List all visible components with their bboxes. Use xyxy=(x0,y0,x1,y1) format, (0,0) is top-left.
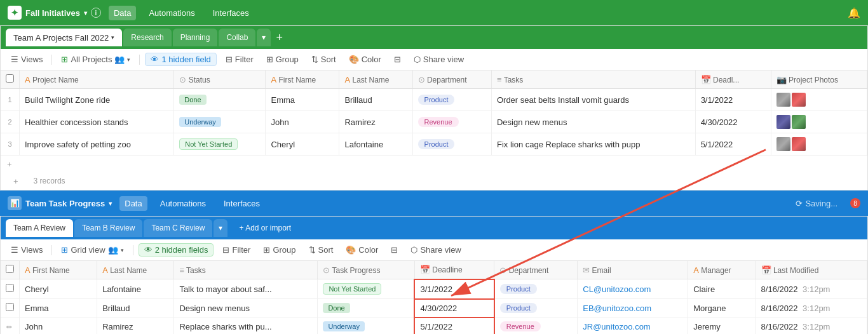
tab-research[interactable]: Research xyxy=(123,29,171,46)
row-2-tasks[interactable]: Design new menus xyxy=(491,111,695,133)
nav-automations-btn[interactable]: Automations xyxy=(144,6,200,20)
bottom-row-1-manager[interactable]: Claire xyxy=(688,279,756,299)
bottom-field-settings-btn[interactable]: ⊟ xyxy=(387,243,402,257)
notification-bell[interactable]: 🔔 xyxy=(848,7,860,19)
bottom-color-btn[interactable]: 🎨 Color xyxy=(342,243,382,257)
group-btn[interactable]: ⊞ Group xyxy=(262,53,302,66)
row-2-status[interactable]: Underway xyxy=(174,111,266,133)
bottom-nav-automations-btn[interactable]: Automations xyxy=(155,196,211,211)
email-link-2[interactable]: EB@unitozoo.com xyxy=(583,304,651,313)
row-3-firstname[interactable]: Cheryl xyxy=(266,133,339,156)
row-1-dept[interactable]: Product xyxy=(412,89,491,111)
bottom-table: A First Name A Last Name ≡ Tasks ⊙ Task … xyxy=(1,261,867,334)
bottom-row-3-check[interactable]: ✏ xyxy=(1,317,20,335)
bottom-grid-view-btn[interactable]: ⊞ Grid view 👥 ▾ xyxy=(57,243,127,257)
info-icon[interactable]: i xyxy=(91,8,101,18)
bottom-row-2-firstname[interactable]: Emma xyxy=(20,299,97,317)
col-status: ⊙ Status xyxy=(174,70,266,89)
bottom-row-2-manager[interactable]: Morgane xyxy=(688,299,756,317)
bottom-group-btn[interactable]: ⊞ Group xyxy=(259,243,299,257)
select-all-checkbox[interactable] xyxy=(6,74,14,83)
email-link-3[interactable]: JR@unitozoo.com xyxy=(583,322,650,331)
nav-interfaces-btn[interactable]: Interfaces xyxy=(208,6,254,20)
add-import-btn[interactable]: + Add or import xyxy=(231,219,299,237)
row-2-lastname[interactable]: Ramirez xyxy=(339,111,412,133)
views-btn[interactable]: ☰ Views xyxy=(7,53,46,66)
filter-btn[interactable]: ⊟ Filter xyxy=(222,53,257,66)
bottom-sort-btn[interactable]: ⇅ Sort xyxy=(305,243,337,257)
tab-planning[interactable]: Planning xyxy=(173,29,218,46)
bottom-row-3-manager[interactable]: Jeremy xyxy=(688,317,756,335)
bottom-row-1-check[interactable] xyxy=(1,279,20,299)
bottom-row-1-firstname[interactable]: Cheryl xyxy=(20,279,97,299)
bottom-nav-data-btn[interactable]: Data xyxy=(119,196,147,211)
bottom-hidden-fields-badge[interactable]: 👁 2 hidden fields xyxy=(139,243,214,257)
bottom-row-3-firstname[interactable]: John xyxy=(20,317,97,335)
row-2-dept[interactable]: Revenue xyxy=(412,111,491,133)
share-view-btn[interactable]: ⬡ Share view xyxy=(410,53,468,66)
bottom-row-1-lastname[interactable]: Lafontaine xyxy=(97,279,174,299)
row-2-project[interactable]: Healthier concession stands xyxy=(20,111,174,133)
bottom-nav-interfaces-btn[interactable]: Interfaces xyxy=(219,196,265,211)
bottom-row-2-check[interactable] xyxy=(1,299,20,317)
bottom-row-1-tasks[interactable]: Talk to mayor about saf... xyxy=(174,279,318,299)
bottom-row-3-tasks[interactable]: Replace sharks with pu... xyxy=(174,317,318,335)
row-1-deadline[interactable]: 3/1/2022 xyxy=(695,89,771,111)
add-row-btn-2[interactable]: + xyxy=(7,173,25,190)
tab-team-b-review[interactable]: Team B Review xyxy=(74,219,142,237)
bottom-row-1-progress[interactable]: Not Yet Started xyxy=(318,279,415,299)
bottom-col-checkbox[interactable] xyxy=(1,261,20,279)
bottom-row-2-email[interactable]: EB@unitozoo.com xyxy=(578,299,688,317)
row-1-project[interactable]: Build Twilight Zone ride xyxy=(20,89,174,111)
hidden-fields-badge[interactable]: 👁 1 hidden field xyxy=(145,53,216,66)
email-link-1[interactable]: CL@unitozoo.com xyxy=(583,284,651,294)
tab-team-a-review[interactable]: Team A Review xyxy=(6,219,73,237)
row-1-firstname[interactable]: Emma xyxy=(266,89,339,111)
bottom-row-2-progress[interactable]: Done xyxy=(318,299,415,317)
bottom-row-1-deadline[interactable]: 3/1/2022 xyxy=(414,279,494,299)
bottom-row-2-deadline[interactable]: 4/30/2022 xyxy=(414,299,494,317)
row-1-checkbox[interactable] xyxy=(6,284,14,292)
row-3-lastname[interactable]: Lafontaine xyxy=(339,133,412,156)
nav-data-btn[interactable]: Data xyxy=(109,6,136,20)
modified-date-3: 8/16/2022 xyxy=(761,322,798,331)
row-1-status[interactable]: Done xyxy=(174,89,266,111)
bottom-row-1-email[interactable]: CL@unitozoo.com xyxy=(578,279,688,299)
row-3-project[interactable]: Improve safety of petting zoo xyxy=(20,133,174,156)
bottom-row-3-progress[interactable]: Underway xyxy=(318,317,415,335)
bottom-filter-btn[interactable]: ⊟ Filter xyxy=(219,243,254,257)
add-tab-btn[interactable]: + xyxy=(272,31,287,44)
bottom-row-3-lastname[interactable]: Ramirez xyxy=(97,317,174,335)
row-2-deadline[interactable]: 4/30/2022 xyxy=(695,111,771,133)
row-3-deadline[interactable]: 5/1/2022 xyxy=(695,133,771,156)
filter-icon-2: ⊟ xyxy=(222,245,229,255)
bottom-select-all[interactable] xyxy=(6,265,14,273)
row-3-status[interactable]: Not Yet Started xyxy=(174,133,266,156)
row-3-dept[interactable]: Product xyxy=(412,133,491,156)
tab-collab[interactable]: Collab xyxy=(219,29,255,46)
row-1-tasks[interactable]: Order seat belts Install vomit guards xyxy=(491,89,695,111)
tab-team-a-projects[interactable]: Team A Projects Fall 2022 ▾ xyxy=(6,29,122,46)
bottom-share-btn[interactable]: ⬡ Share view xyxy=(407,243,465,257)
bottom-row-3-deadline[interactable]: 5/1/2022 xyxy=(414,317,494,335)
bottom-row-3-dept[interactable]: Revenue xyxy=(494,317,578,335)
sort-btn[interactable]: ⇅ Sort xyxy=(308,53,340,66)
bottom-row-2-dept[interactable]: Product xyxy=(494,299,578,317)
row-3-tasks[interactable]: Fix lion cage Replace sharks with pupp xyxy=(491,133,695,156)
all-projects-btn[interactable]: ⊞ All Projects 👥 ▾ xyxy=(57,53,134,66)
bottom-row-2-lastname[interactable]: Brillaud xyxy=(97,299,174,317)
col-checkbox[interactable] xyxy=(1,70,20,89)
bottom-views-btn[interactable]: ☰ Views xyxy=(7,243,46,257)
row-1-lastname[interactable]: Brillaud xyxy=(339,89,412,111)
add-row-btn[interactable]: + xyxy=(1,156,867,173)
row-2-checkbox[interactable] xyxy=(6,303,14,311)
bottom-row-2-tasks[interactable]: Design new menus xyxy=(174,299,318,317)
tab-more-caret[interactable]: ▾ xyxy=(214,219,227,237)
tab-caret-more[interactable]: ▾ xyxy=(257,29,271,46)
bottom-row-1-dept[interactable]: Product xyxy=(494,279,578,299)
tab-team-c-review[interactable]: Team C Review xyxy=(144,219,212,237)
field-settings-btn[interactable]: ⊟ xyxy=(390,53,405,66)
bottom-row-3-email[interactable]: JR@unitozoo.com xyxy=(578,317,688,335)
row-2-firstname[interactable]: John xyxy=(266,111,339,133)
color-btn[interactable]: 🎨 Color xyxy=(345,53,385,66)
